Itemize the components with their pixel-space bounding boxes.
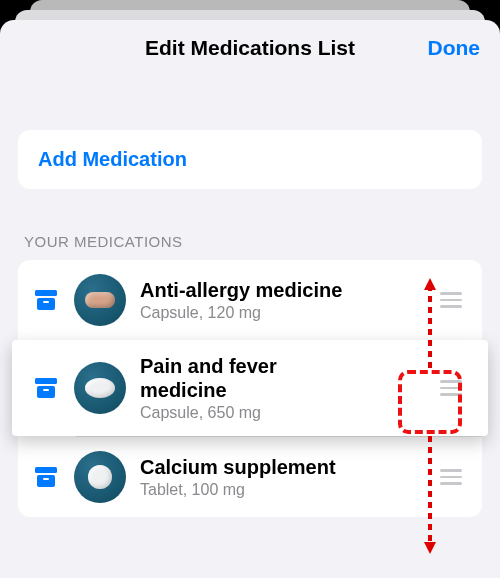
medication-avatar [74, 362, 126, 414]
drag-handle[interactable] [436, 469, 466, 485]
section-header-your-medications: Your Medications [24, 233, 482, 250]
drag-handle-icon [440, 292, 462, 295]
archive-box-icon [35, 467, 57, 487]
archive-button[interactable] [32, 290, 60, 310]
svg-rect-1 [37, 298, 55, 310]
archive-button[interactable] [32, 378, 60, 398]
medication-text: Anti-allergy medicine Capsule, 120 mg [140, 278, 436, 322]
drag-handle-icon [440, 469, 462, 472]
svg-rect-8 [43, 478, 49, 480]
drag-handle[interactable] [436, 292, 466, 308]
medications-list: Anti-allergy medicine Capsule, 120 mg [18, 260, 482, 517]
add-medication-label: Add Medication [38, 148, 187, 170]
list-item: Pain and fever medicine Capsule, 650 mg [12, 340, 488, 436]
content-area: Add Medication Your Medications Anti-all… [0, 76, 500, 517]
medication-name: Pain and fever medicine [140, 354, 340, 402]
oval-pill-icon [85, 378, 115, 398]
capsule-icon [85, 292, 115, 308]
medication-text: Calcium supplement Tablet, 100 mg [140, 455, 436, 499]
medication-name: Calcium supplement [140, 455, 436, 479]
edit-sheet: Edit Medications List Done Add Medicatio… [0, 20, 500, 578]
round-tablet-icon [88, 465, 112, 489]
medication-name: Anti-allergy medicine [140, 278, 436, 302]
archive-box-icon [35, 378, 57, 398]
drag-handle-icon [440, 380, 462, 383]
medication-detail: Capsule, 120 mg [140, 304, 436, 322]
medication-detail: Capsule, 650 mg [140, 404, 436, 422]
list-item: Anti-allergy medicine Capsule, 120 mg [18, 260, 482, 340]
svg-rect-6 [35, 467, 57, 473]
list-item: Calcium supplement Tablet, 100 mg [18, 437, 482, 517]
done-button[interactable]: Done [428, 36, 481, 60]
medication-avatar [74, 451, 126, 503]
nav-bar: Edit Medications List Done [0, 20, 500, 76]
add-medication-button[interactable]: Add Medication [18, 130, 482, 189]
svg-rect-0 [35, 290, 57, 296]
svg-rect-3 [35, 378, 57, 384]
medication-text: Pain and fever medicine Capsule, 650 mg [140, 354, 436, 422]
archive-button[interactable] [32, 467, 60, 487]
medication-detail: Tablet, 100 mg [140, 481, 436, 499]
svg-rect-7 [37, 475, 55, 487]
svg-rect-5 [43, 389, 49, 391]
medication-avatar [74, 274, 126, 326]
svg-rect-2 [43, 301, 49, 303]
drag-handle[interactable] [436, 380, 466, 396]
page-title: Edit Medications List [145, 36, 355, 60]
svg-rect-4 [37, 386, 55, 398]
archive-box-icon [35, 290, 57, 310]
